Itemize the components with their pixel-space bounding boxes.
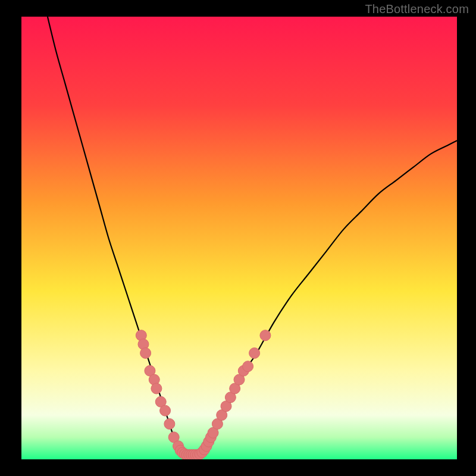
gradient-background bbox=[21, 17, 457, 459]
marker-dot bbox=[140, 347, 151, 358]
chart-svg bbox=[21, 17, 457, 459]
marker-dot bbox=[260, 330, 271, 341]
marker-dot bbox=[160, 405, 171, 416]
watermark-text: TheBottleneck.com bbox=[365, 2, 469, 16]
marker-dot bbox=[243, 361, 253, 372]
marker-dot bbox=[151, 383, 162, 394]
outer-frame: TheBottleneck.com bbox=[0, 0, 476, 476]
plot-area bbox=[21, 17, 457, 459]
marker-dot bbox=[249, 347, 260, 358]
marker-dot bbox=[164, 418, 175, 429]
